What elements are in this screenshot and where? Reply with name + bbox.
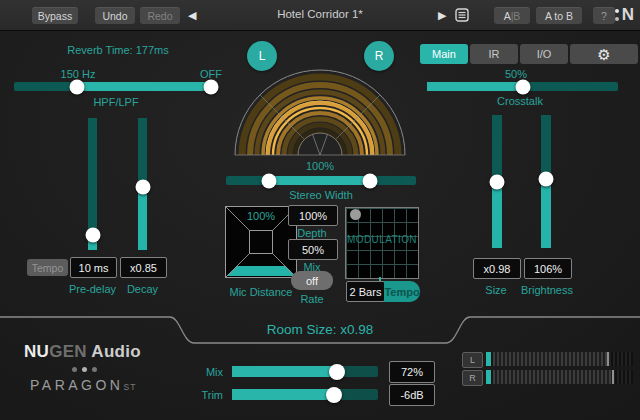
help-button[interactable]: ? [593,7,615,24]
mix-handle[interactable] [329,364,345,380]
brightness-value[interactable]: 106% [524,258,572,279]
room-size-readout: Room Size: x0.98 [220,322,420,337]
undo-button[interactable]: Undo [95,7,135,24]
ab-compare-button[interactable]: A|B [494,7,530,24]
hpf-handle[interactable] [70,79,85,94]
crosstalk-handle[interactable] [515,79,530,94]
top-toolbar: Bypass Undo Redo ◀ Hotel Corridor 1* ▶ A… [0,0,640,31]
ab-a-label: A [504,10,511,22]
mod-rate-label: Rate [288,293,336,305]
next-preset-icon[interactable]: ▶ [438,7,446,24]
meter-left-bar [486,352,633,366]
product-name: PARAGONST [30,377,136,393]
mic-distance-value: 100% [235,210,287,222]
ab-b-label: |B [511,10,521,22]
size-handle[interactable] [490,174,505,189]
redo-button[interactable]: Redo [140,7,180,24]
nugen-logo-icon: N [615,5,634,25]
crosstalk-label: Crosstalk [480,95,560,107]
crosstalk-slider[interactable] [427,82,618,91]
tab-ir[interactable]: IR [470,44,518,64]
trim-value[interactable]: -6dB [389,384,435,406]
predelay-handle[interactable] [85,228,100,243]
modulation-point[interactable] [350,209,361,220]
crosstalk-value: 50% [480,68,552,80]
preset-list-icon[interactable] [455,8,469,22]
mod-mix-value[interactable]: 50% [288,239,338,260]
brightness-label: Brightness [513,284,581,296]
size-slider[interactable] [492,115,502,248]
stereo-width-right-handle[interactable] [363,173,378,188]
reverb-time-readout: Reverb Time: 177ms [14,44,222,56]
previous-preset-icon[interactable]: ◀ [188,7,196,24]
mod-rate-value[interactable]: 2 Bars [346,281,385,302]
mix-label: Mix [185,366,223,378]
decay-value[interactable]: x0.85 [120,257,167,278]
decay-slider[interactable] [138,118,147,250]
predelay-tempo-button[interactable]: Tempo [27,259,68,276]
stereo-width-left-handle[interactable] [261,173,276,188]
paragon-plugin-window: Bypass Undo Redo ◀ Hotel Corridor 1* ▶ A… [0,0,640,420]
modulation-title: MODULATION [343,234,421,245]
settings-button[interactable]: ⚙ [570,44,638,64]
predelay-slider[interactable] [88,118,97,250]
meter-left-label: L [462,352,483,368]
stereo-width-label: Stereo Width [261,189,381,201]
meter-right-bar [486,370,633,384]
trim-handle[interactable] [326,387,342,403]
predelay-label: Pre-delay [62,283,123,295]
a-to-b-button[interactable]: A to B [536,7,582,24]
size-value[interactable]: x0.98 [473,258,521,279]
hpf-lpf-label: HPF/LPF [14,96,218,108]
mix-slider[interactable] [232,366,378,377]
meter-right-label: R [462,370,483,386]
logo-dots [72,367,97,372]
mod-off-button[interactable]: off [291,271,333,290]
brightness-slider[interactable] [541,115,551,248]
stereo-width-slider[interactable] [226,176,416,185]
bypass-button[interactable]: Bypass [32,7,78,24]
stereo-width-value: 100% [280,160,360,172]
mod-depth-value[interactable]: 100% [288,205,338,226]
mod-tempo-button[interactable]: Tempo [384,281,420,302]
lpf-handle[interactable] [203,79,218,94]
mix-value[interactable]: 72% [389,361,435,383]
trim-label: Trim [185,389,223,401]
reverb-arc-display [232,67,408,161]
tab-main[interactable]: Main [420,44,468,64]
tab-io[interactable]: I/O [520,44,568,64]
brightness-handle[interactable] [539,171,554,186]
predelay-value[interactable]: 10 ms [70,257,117,278]
preset-name[interactable]: Hotel Corridor 1* [220,8,420,20]
gear-icon: ⚙ [597,47,610,62]
decay-handle[interactable] [135,179,150,194]
nugen-audio-logo: NUGEN Audio [24,342,141,362]
mod-depth-label: Depth [288,227,336,239]
trim-slider[interactable] [232,389,378,400]
decay-label: Decay [118,283,167,295]
hpf-lpf-slider[interactable] [14,82,218,91]
